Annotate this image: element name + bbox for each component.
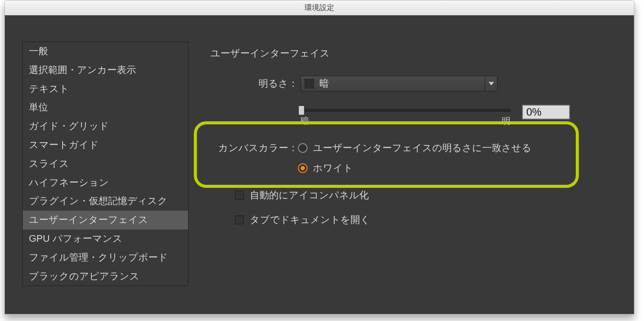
brightness-label: 明るさ： [210, 77, 298, 90]
sidebar-item-label: ハイフネーション [29, 177, 109, 188]
section-title: ユーザーインターフェイス [210, 47, 330, 60]
sidebar-item-text[interactable]: テキスト [23, 80, 188, 99]
slider-min-label: 暗 [301, 115, 309, 127]
window-body: 一般 選択範囲・アンカー表示 テキスト 単位 ガイド・グリッド スマートガイド … [5, 15, 634, 314]
radio-white-label: ホワイト [313, 162, 353, 175]
slider-track [301, 109, 511, 112]
brightness-swatch [304, 79, 314, 88]
sidebar-item-label: ファイル管理・クリップボード [29, 252, 168, 263]
sidebar-item-file-clipboard[interactable]: ファイル管理・クリップボード [23, 248, 188, 267]
canvas-color-label: カンバスカラー： [202, 141, 298, 155]
sidebar-item-label: 単位 [29, 102, 48, 113]
sidebar-item-user-interface[interactable]: ユーザーインターフェイス [23, 211, 188, 229]
checkbox-open-tabs-label: タブでドキュメントを開く [250, 213, 370, 226]
window-title: 環境設定 [304, 3, 334, 13]
sidebar-item-label: ガイド・グリッド [29, 120, 109, 131]
sidebar-item-label: プラグイン・仮想記憶ディスク [29, 195, 168, 206]
radio-white[interactable] [298, 163, 308, 173]
sidebar-item-smart-guides[interactable]: スマートガイド [23, 136, 188, 155]
sidebar-item-label: GPU パフォーマンス [29, 233, 122, 244]
main-panel: ユーザーインターフェイス 明るさ： 暗 暗 [206, 42, 634, 314]
sidebar-item-label: ユーザーインターフェイス [29, 214, 148, 225]
svg-marker-0 [489, 82, 494, 85]
radio-match-ui[interactable] [298, 143, 308, 153]
sidebar-item-label: 選択範囲・アンカー表示 [29, 64, 136, 75]
sidebar-item-guides-grid[interactable]: ガイド・グリッド [23, 117, 188, 136]
brightness-value: 暗 [319, 77, 485, 90]
titlebar: 環境設定 [5, 0, 634, 15]
sidebar-item-label: テキスト [29, 83, 69, 94]
sidebar-item-selection-anchor[interactable]: 選択範囲・アンカー表示 [23, 61, 188, 80]
category-sidebar: 一般 選択範囲・アンカー表示 テキスト 単位 ガイド・グリッド スマートガイド … [22, 42, 189, 286]
sidebar-item-general[interactable]: 一般 [23, 42, 188, 61]
checkbox-auto-iconify[interactable] [235, 191, 244, 200]
sidebar-item-hyphenation[interactable]: ハイフネーション [23, 173, 188, 192]
sidebar-item-label: スライス [29, 158, 69, 169]
sidebar-item-black-appearance[interactable]: ブラックのアピアランス [23, 267, 188, 286]
sidebar-item-units[interactable]: 単位 [23, 98, 188, 117]
preferences-window: 環境設定 一般 選択範囲・アンカー表示 テキスト 単位 ガイド・グリッド スマー… [4, 0, 634, 314]
sidebar-item-gpu-performance[interactable]: GPU パフォーマンス [23, 229, 188, 248]
annotation-highlight [194, 121, 579, 188]
slider-max-label: 明 [502, 115, 511, 127]
sidebar-item-label: ブラックのアピアランス [29, 271, 140, 282]
sidebar-item-plugins-scratch[interactable]: プラグイン・仮想記憶ディスク [23, 192, 188, 211]
sidebar-item-slices[interactable]: スライス [23, 155, 188, 173]
sidebar-item-label: スマートガイド [29, 139, 99, 150]
chevron-down-icon [485, 76, 497, 91]
brightness-dropdown[interactable]: 暗 [301, 76, 497, 92]
radio-match-ui-label: ユーザーインターフェイスの明るさに一致させる [313, 141, 532, 155]
slider-thumb[interactable] [298, 106, 304, 115]
brightness-slider[interactable]: 暗 明 [301, 103, 511, 120]
sidebar-item-label: 一般 [29, 46, 48, 56]
brightness-percent[interactable]: 0% [522, 105, 570, 120]
checkbox-auto-iconify-label: 自動的にアイコンパネル化 [250, 189, 369, 202]
checkbox-open-tabs[interactable] [235, 215, 244, 224]
